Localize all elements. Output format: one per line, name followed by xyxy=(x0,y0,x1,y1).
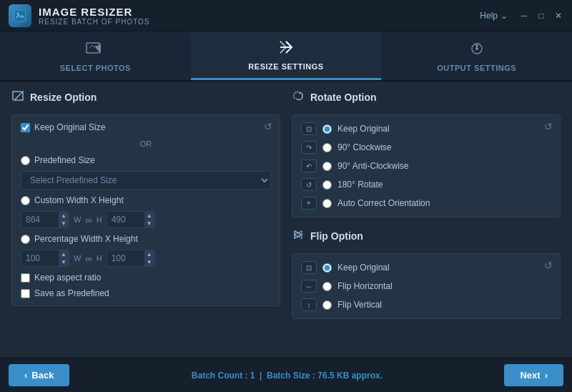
back-button[interactable]: ‹ Back xyxy=(9,364,69,386)
batch-count-value: 1 xyxy=(250,371,255,381)
save-predefined-row: Save as Predefined xyxy=(21,288,271,298)
app-icon xyxy=(9,4,31,27)
back-arrow-icon: ‹ xyxy=(24,370,27,381)
pct-width-up[interactable]: ▲ xyxy=(59,250,69,258)
infinity-icon: ∞ xyxy=(85,215,92,225)
custom-width-down[interactable]: ▼ xyxy=(59,220,69,227)
tab-resize-settings[interactable]: RESIZE SETTINGS xyxy=(191,31,382,80)
flip-keep-original-radio[interactable] xyxy=(322,263,332,273)
pct-height-input[interactable] xyxy=(107,251,144,265)
custom-height-up[interactable]: ▲ xyxy=(144,212,154,220)
minimize-button[interactable]: ─ xyxy=(519,11,529,21)
rotate-90ccw-label: 90° Anti-Clockwise xyxy=(337,161,409,171)
window-controls: ─ □ ✕ xyxy=(519,11,563,21)
custom-wh-inputs: ▲ ▼ W ∞ H ▲ ▼ xyxy=(21,211,271,228)
batch-count-label: Batch Count : xyxy=(192,371,248,381)
pct-height-up[interactable]: ▲ xyxy=(144,250,154,258)
rotate-90cw-label: 90° Clockwise xyxy=(337,142,392,152)
resize-reset-button[interactable]: ↺ xyxy=(264,121,272,132)
pct-infinity-icon: ∞ xyxy=(85,253,92,264)
custom-width-spinner: ▲ ▼ xyxy=(59,212,69,227)
pct-height-spinner: ▲ ▼ xyxy=(144,250,154,266)
flip-vertical-row: ↕ Flip Vertical xyxy=(301,298,551,311)
back-label: Back xyxy=(31,370,54,381)
rotate-title-text: Rotate Option xyxy=(310,92,377,103)
rotate-title-icon xyxy=(292,90,305,104)
flip-horizontal-row: ↔ Flip Horizontal xyxy=(301,280,551,293)
next-button[interactable]: Next › xyxy=(504,364,563,386)
close-button[interactable]: ✕ xyxy=(553,11,563,21)
output-settings-icon xyxy=(467,40,487,61)
bottom-bar: ‹ Back Batch Count : 1 | Batch Size : 76… xyxy=(0,358,572,392)
rotate-auto-radio[interactable] xyxy=(322,199,332,208)
flip-vertical-icon: ↕ xyxy=(301,298,317,311)
custom-width-input-group: ▲ ▼ xyxy=(21,211,69,228)
title-text: IMAGE RESIZER RESIZE BATCH OF PHOTOS xyxy=(39,6,150,26)
pct-width-input-group: ▲ ▼ xyxy=(21,250,69,267)
keep-aspect-checkbox[interactable] xyxy=(21,273,30,283)
save-predefined-label: Save as Predefined xyxy=(34,288,109,298)
svg-point-4 xyxy=(475,47,478,50)
predefined-size-radio[interactable] xyxy=(21,156,30,165)
custom-wh-radio[interactable] xyxy=(21,196,30,205)
rotate-auto-label: Auto Correct Orientation xyxy=(337,198,430,208)
app-title: IMAGE RESIZER xyxy=(39,6,150,18)
rotate-90ccw-icon: ↶ xyxy=(301,160,317,172)
percentage-wh-radio[interactable] xyxy=(21,235,30,244)
keep-original-size-checkbox[interactable] xyxy=(21,123,30,132)
keep-original-size-label: Keep Original Size xyxy=(34,122,105,132)
pct-height-down[interactable]: ▼ xyxy=(144,258,154,266)
keep-original-size-row: Keep Original Size xyxy=(21,122,271,132)
keep-aspect-row: Keep aspect ratio xyxy=(21,273,271,283)
help-button[interactable]: Help ⌄ xyxy=(480,11,508,21)
flip-vertical-radio[interactable] xyxy=(322,300,332,310)
rotate-keep-original-row: ⊡ Keep Original xyxy=(301,122,551,135)
predefined-size-label: Predefined Size xyxy=(34,155,95,165)
flip-title-icon xyxy=(292,229,305,243)
rotate-keep-original-radio[interactable] xyxy=(322,124,332,134)
pct-height-label: H xyxy=(97,254,102,263)
flip-title-text: Flip Option xyxy=(310,230,363,242)
rotate-90ccw-radio[interactable] xyxy=(322,162,332,171)
tab-select-photos[interactable]: SELECT PHOTOS xyxy=(0,31,191,80)
custom-width-up[interactable]: ▲ xyxy=(59,212,69,220)
pct-width-input[interactable] xyxy=(21,251,59,265)
flip-keep-original-row: ⊡ Keep Original xyxy=(301,261,551,274)
rotate-keep-original-icon: ⊡ xyxy=(301,122,317,135)
custom-height-input[interactable] xyxy=(107,212,144,227)
custom-width-input[interactable] xyxy=(21,212,59,227)
title-left: IMAGE RESIZER RESIZE BATCH OF PHOTOS xyxy=(9,4,150,27)
rotate-90cw-icon: ↷ xyxy=(301,141,317,154)
flip-horizontal-radio[interactable] xyxy=(322,282,332,291)
rotate-180-radio[interactable] xyxy=(322,180,332,190)
width-label: W xyxy=(74,215,81,224)
tab-output-settings[interactable]: OUTPUT SETTINGS xyxy=(381,31,572,80)
output-settings-label: OUTPUT SETTINGS xyxy=(437,64,516,72)
resize-settings-label: RESIZE SETTINGS xyxy=(248,62,323,71)
maximize-button[interactable]: □ xyxy=(536,11,546,21)
resize-section-title: Resize Option xyxy=(11,90,280,104)
save-predefined-checkbox[interactable] xyxy=(21,289,30,298)
rotate-auto-icon: ⌖ xyxy=(301,197,317,210)
app-subtitle: RESIZE BATCH OF PHOTOS xyxy=(39,18,150,26)
svg-point-1 xyxy=(17,12,19,14)
flip-horizontal-icon: ↔ xyxy=(301,280,317,293)
select-photos-label: SELECT PHOTOS xyxy=(60,64,131,72)
rotate-reset-button[interactable]: ↺ xyxy=(544,121,553,132)
rotate-180-row: ↺ 180° Rotate xyxy=(301,178,551,191)
custom-height-down[interactable]: ▼ xyxy=(144,220,154,227)
rotate-90cw-radio[interactable] xyxy=(322,143,332,152)
flip-options-box: ↺ ⊡ Keep Original ↔ Flip Horizontal ↕ Fl… xyxy=(292,253,561,319)
pct-width-down[interactable]: ▼ xyxy=(59,258,69,266)
rotate-180-label: 180° Rotate xyxy=(337,180,383,190)
predefined-size-select[interactable]: Select Predefined Size xyxy=(21,171,271,190)
flip-section-title: Flip Option xyxy=(292,229,561,243)
custom-wh-label: Custom Width X Height xyxy=(34,195,124,205)
batch-size-label: Batch Size : xyxy=(267,371,315,381)
batch-info: Batch Count : 1 | Batch Size : 76.5 KB a… xyxy=(192,371,383,381)
flip-keep-original-icon: ⊡ xyxy=(301,261,317,274)
title-bar: IMAGE RESIZER RESIZE BATCH OF PHOTOS Hel… xyxy=(0,0,572,31)
flip-keep-original-label: Keep Original xyxy=(337,263,390,273)
percentage-wh-row: Percentage Width X Height xyxy=(21,234,271,244)
flip-reset-button[interactable]: ↺ xyxy=(544,260,553,271)
